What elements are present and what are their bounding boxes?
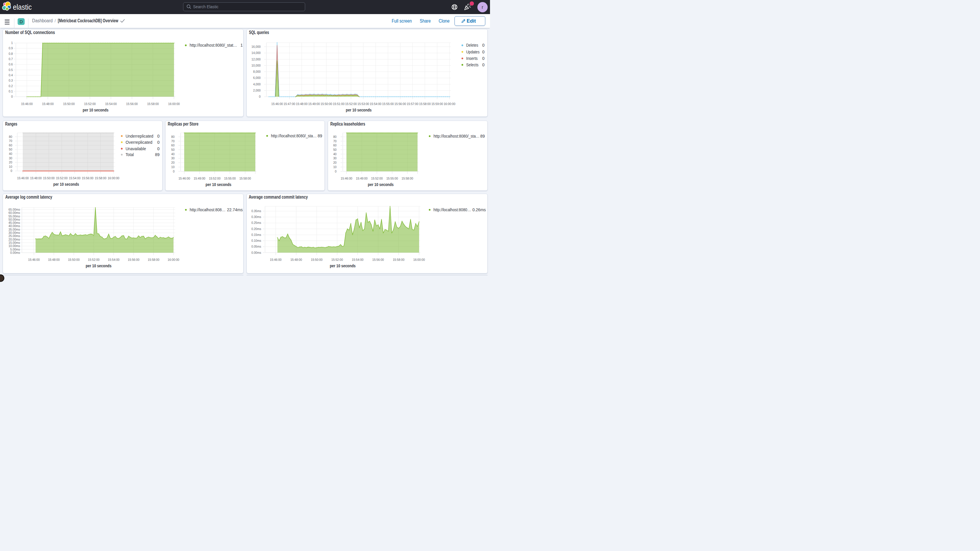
- svg-text:per 10 seconds: per 10 seconds: [368, 182, 393, 187]
- svg-text:Dashboard: Dashboard: [32, 18, 53, 23]
- svg-text:15:53:00: 15:53:00: [358, 102, 369, 106]
- svg-text:15:56:00: 15:56:00: [372, 258, 384, 261]
- svg-text:15:46:00: 15:46:00: [21, 102, 33, 106]
- svg-text:http://localhost:8080/_sta…: http://localhost:8080/_sta…: [271, 134, 317, 138]
- svg-text:15:46:00: 15:46:00: [17, 177, 29, 180]
- svg-text:35.00ms: 35.00ms: [8, 228, 20, 231]
- svg-text:0.6: 0.6: [8, 63, 13, 66]
- svg-text:15:58:00: 15:58:00: [147, 102, 159, 106]
- svg-text:per 10 seconds: per 10 seconds: [330, 263, 356, 268]
- svg-text:Search Elastic: Search Elastic: [193, 4, 219, 9]
- svg-text:0: 0: [482, 49, 485, 54]
- svg-text:15:48:00: 15:48:00: [30, 177, 42, 180]
- svg-text:10.00ms: 10.00ms: [8, 245, 20, 248]
- svg-text:0.10ms: 0.10ms: [251, 239, 261, 242]
- svg-text:8,000: 8,000: [253, 70, 261, 73]
- svg-text:15.00ms: 15.00ms: [8, 241, 20, 244]
- svg-text:15:54:00: 15:54:00: [352, 258, 364, 261]
- svg-text:Replica leaseholders: Replica leaseholders: [330, 121, 365, 126]
- svg-text:0.3: 0.3: [8, 79, 13, 83]
- svg-text:4,000: 4,000: [253, 83, 261, 86]
- svg-text:16,000: 16,000: [251, 45, 261, 48]
- svg-text:per 10 seconds: per 10 seconds: [346, 107, 372, 112]
- svg-text:15:59:00: 15:59:00: [431, 102, 443, 106]
- svg-text:0.2: 0.2: [8, 84, 13, 88]
- svg-text:Selects: Selects: [466, 62, 479, 67]
- svg-text:15:54:00: 15:54:00: [108, 258, 119, 262]
- svg-text:20: 20: [333, 161, 337, 164]
- svg-text:15:50:00: 15:50:00: [321, 102, 332, 106]
- svg-text:30.00ms: 30.00ms: [8, 231, 20, 234]
- svg-text:20: 20: [171, 161, 175, 164]
- svg-text:15:58:00: 15:58:00: [401, 177, 413, 180]
- svg-text:50: 50: [171, 148, 175, 151]
- svg-text:Updates: Updates: [466, 49, 479, 54]
- svg-text:40.00ms: 40.00ms: [8, 225, 20, 228]
- svg-text:Overreplicated: Overreplicated: [126, 140, 152, 145]
- svg-text:30: 30: [9, 156, 12, 159]
- svg-text:15:58:00: 15:58:00: [419, 102, 431, 106]
- svg-text:80: 80: [9, 135, 12, 138]
- svg-text:16:00:00: 16:00:00: [167, 258, 179, 262]
- svg-text:0: 0: [482, 62, 485, 67]
- svg-text:http://localhost:8080/_stat…: http://localhost:8080/_stat…: [189, 43, 237, 48]
- svg-text:Ranges: Ranges: [5, 121, 17, 126]
- svg-text:5.00ms: 5.00ms: [10, 248, 20, 251]
- svg-text:20.00ms: 20.00ms: [8, 238, 20, 241]
- svg-text:Number of SQL connections: Number of SQL connections: [5, 30, 55, 35]
- svg-text:30: 30: [333, 157, 337, 160]
- svg-text:0.00ms: 0.00ms: [10, 251, 20, 254]
- svg-text:15:46:00: 15:46:00: [270, 258, 282, 261]
- svg-text:per 10 seconds: per 10 seconds: [86, 263, 111, 268]
- svg-text:0: 0: [157, 134, 160, 138]
- svg-text:Deletes: Deletes: [466, 43, 478, 48]
- svg-text:15:52:00: 15:52:00: [84, 102, 95, 106]
- svg-text:16:00:00: 16:00:00: [414, 258, 425, 261]
- svg-text:Inserts: Inserts: [466, 56, 478, 61]
- svg-text:0.35ms: 0.35ms: [251, 210, 261, 213]
- svg-text:15:49:00: 15:49:00: [356, 177, 368, 180]
- svg-text:Average command commit latency: Average command commit latency: [249, 194, 308, 199]
- svg-text:15:54:00: 15:54:00: [69, 177, 81, 180]
- svg-text:15:58:00: 15:58:00: [95, 177, 107, 180]
- svg-text:Replicas per Store: Replicas per Store: [167, 121, 198, 126]
- svg-text:1: 1: [11, 41, 13, 45]
- svg-text:Full screen: Full screen: [392, 19, 412, 24]
- svg-text:50.00ms: 50.00ms: [8, 218, 20, 221]
- svg-text:15:48:00: 15:48:00: [48, 258, 60, 262]
- svg-text:80: 80: [171, 135, 175, 139]
- svg-text:SQL queries: SQL queries: [249, 30, 269, 35]
- svg-text:15:50:00: 15:50:00: [43, 177, 54, 180]
- svg-text:15:50:00: 15:50:00: [311, 258, 323, 261]
- svg-text:70: 70: [9, 139, 12, 143]
- svg-text:http://localhost:8080/_sta…: http://localhost:8080/_sta…: [433, 134, 479, 139]
- svg-text:Edit: Edit: [467, 18, 476, 24]
- svg-text:50: 50: [9, 148, 12, 151]
- svg-text:0.9: 0.9: [8, 47, 13, 50]
- svg-text:0: 0: [259, 96, 261, 99]
- svg-text:55.00ms: 55.00ms: [8, 215, 20, 218]
- svg-text:14,000: 14,000: [251, 52, 261, 55]
- svg-text:16:00:00: 16:00:00: [168, 102, 180, 106]
- svg-text:15:57:00: 15:57:00: [407, 102, 418, 106]
- svg-text:0.00ms: 0.00ms: [251, 251, 261, 254]
- svg-text:elastic: elastic: [13, 3, 32, 11]
- svg-text:0.05ms: 0.05ms: [251, 245, 261, 248]
- svg-text:0: 0: [173, 170, 175, 173]
- svg-text:15:55:00: 15:55:00: [224, 177, 235, 180]
- svg-text:70: 70: [171, 139, 175, 143]
- svg-text:Clone: Clone: [439, 19, 450, 24]
- svg-text:2,000: 2,000: [253, 89, 261, 92]
- svg-text:15:55:00: 15:55:00: [386, 177, 398, 180]
- svg-text:[Metricbeat CockroachDB] Overv: [Metricbeat CockroachDB] Overview: [58, 18, 118, 23]
- svg-text:15:54:00: 15:54:00: [370, 102, 382, 106]
- svg-text:0.25ms: 0.25ms: [251, 221, 261, 225]
- svg-text:20: 20: [9, 161, 12, 164]
- svg-text:45.00ms: 45.00ms: [8, 221, 20, 225]
- svg-text:Share: Share: [420, 19, 431, 24]
- svg-text:Unavailable: Unavailable: [126, 147, 146, 151]
- svg-text:16:00:00: 16:00:00: [444, 102, 455, 106]
- svg-text:15:56:00: 15:56:00: [127, 258, 139, 262]
- svg-text:15:58:00: 15:58:00: [393, 258, 405, 261]
- svg-text:0.1: 0.1: [8, 90, 13, 93]
